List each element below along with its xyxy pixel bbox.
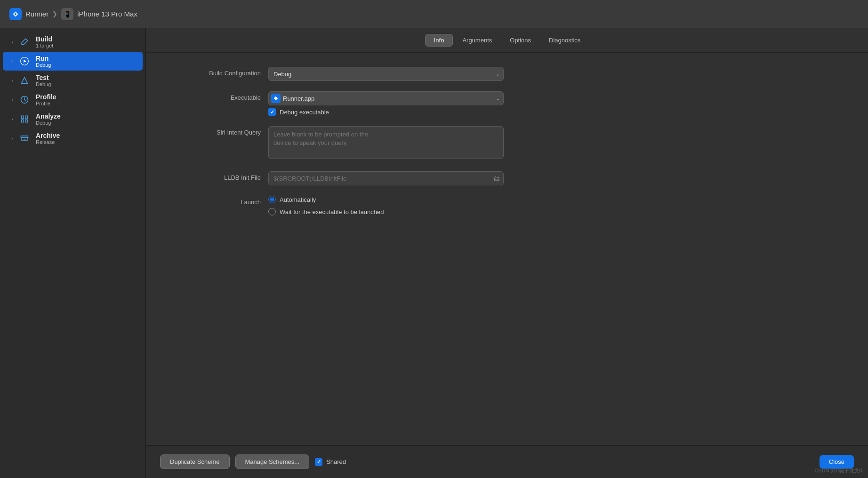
debug-executable-row: ✓ Debug executable	[268, 108, 504, 116]
launch-auto-label: Automatically	[280, 196, 316, 203]
run-sublabel: Debug	[36, 62, 51, 68]
launch-row: Launch Automatically Wait for the execut…	[165, 196, 849, 215]
lldb-init-label: LLDB Init File	[165, 171, 268, 181]
launch-wait-label: Wait for the executable to be launched	[280, 208, 384, 215]
build-configuration-row: Build Configuration Debug Release ⌄	[165, 67, 849, 81]
svg-rect-7	[21, 136, 28, 137]
runner-app-icon	[271, 94, 281, 103]
build-sublabel: 1 target	[36, 43, 53, 48]
device-icon: 📱	[61, 8, 73, 20]
profile-label: Profile	[36, 93, 56, 101]
executable-row: Executable Runner.app ⌄	[165, 91, 849, 116]
shared-label: Shared	[326, 458, 346, 465]
sidebar-item-build[interactable]: › Build 1 target	[3, 32, 143, 51]
launch-auto-radio-inner	[270, 198, 274, 201]
launch-radio-group: Automatically Wait for the executable to…	[268, 196, 504, 215]
breadcrumb-chevron: ❯	[52, 10, 57, 17]
shared-checkbox[interactable]: ✓	[315, 458, 322, 466]
sidebar-item-archive[interactable]: › Archive Release	[3, 129, 143, 148]
checkmark-icon: ✓	[270, 109, 274, 115]
launch-control: Automatically Wait for the executable to…	[268, 196, 504, 215]
sidebar-item-analyze[interactable]: › Analyze Debug	[3, 110, 143, 128]
form-area: Build Configuration Debug Release ⌄ Exec…	[146, 53, 868, 445]
run-chevron-icon: ›	[8, 58, 16, 64]
test-chevron-icon: ›	[8, 78, 16, 83]
lldb-init-input[interactable]	[268, 171, 504, 185]
archive-chevron-icon: ›	[8, 135, 16, 141]
sidebar-item-profile[interactable]: › Profile Profile	[3, 90, 143, 109]
profile-chevron-icon: ›	[8, 97, 16, 103]
sidebar-item-test[interactable]: › Test Debug	[3, 71, 143, 90]
tabs-bar: Info Arguments Options Diagnostics	[146, 28, 868, 53]
runner-icon	[9, 8, 22, 20]
folder-icon[interactable]: 🗂	[493, 175, 500, 182]
launch-wait-radio[interactable]	[268, 208, 276, 215]
build-text: Build 1 target	[36, 35, 53, 48]
siri-intent-input[interactable]	[268, 126, 504, 159]
build-chevron-icon: ›	[8, 39, 16, 45]
device-label: iPhone 13 Pro Max	[77, 10, 137, 18]
analyze-icon	[18, 112, 31, 126]
bottom-bar: Duplicate Scheme Manage Schemes... ✓ Sha…	[146, 445, 868, 478]
sidebar-item-run[interactable]: › Run Debug	[3, 52, 143, 71]
test-text: Test Debug	[36, 74, 51, 87]
content-area: Info Arguments Options Diagnostics Build…	[146, 28, 868, 478]
launch-auto-option[interactable]: Automatically	[268, 196, 504, 203]
tab-options[interactable]: Options	[501, 34, 539, 46]
build-icon	[18, 35, 31, 48]
build-label: Build	[36, 35, 53, 43]
lldb-init-control: 🗂	[268, 171, 504, 185]
svg-rect-6	[25, 120, 28, 122]
launch-label: Launch	[165, 196, 268, 206]
run-text: Run Debug	[36, 55, 51, 68]
debug-executable-checkbox[interactable]: ✓	[268, 108, 276, 116]
close-button[interactable]: Close	[820, 455, 854, 469]
archive-label: Archive	[36, 132, 60, 139]
lldb-init-wrapper: 🗂	[268, 171, 504, 185]
build-configuration-label: Build Configuration	[165, 67, 268, 77]
executable-label: Executable	[165, 91, 268, 101]
shared-row: ✓ Shared	[315, 458, 346, 466]
sidebar: › Build 1 target › Run Debug	[0, 28, 146, 478]
analyze-chevron-icon: ›	[8, 116, 16, 122]
executable-control: Runner.app ⌄ ✓ De	[268, 91, 504, 116]
svg-marker-1	[24, 60, 26, 63]
manage-schemes-button[interactable]: Manage Schemes...	[235, 454, 310, 469]
analyze-text: Analyze Debug	[36, 112, 61, 126]
build-configuration-control: Debug Release ⌄	[268, 67, 504, 81]
duplicate-scheme-button[interactable]: Duplicate Scheme	[160, 454, 230, 469]
tab-diagnostics[interactable]: Diagnostics	[540, 34, 589, 46]
siri-intent-control	[268, 126, 504, 161]
runner-label: Runner	[25, 10, 48, 18]
lldb-init-row: LLDB Init File 🗂	[165, 171, 849, 185]
top-bar: Runner ❯ 📱 iPhone 13 Pro Max	[0, 0, 868, 28]
debug-executable-label: Debug executable	[280, 109, 329, 116]
test-label: Test	[36, 74, 51, 81]
shared-checkmark-icon: ✓	[317, 459, 321, 465]
archive-text: Archive Release	[36, 132, 60, 145]
run-icon	[18, 55, 31, 68]
siri-intent-row: Siri Intent Query	[165, 126, 849, 161]
executable-select[interactable]: Runner.app	[268, 91, 504, 105]
svg-rect-3	[21, 116, 24, 118]
svg-rect-4	[25, 116, 28, 118]
profile-sublabel: Profile	[36, 101, 56, 106]
test-sublabel: Debug	[36, 81, 51, 87]
launch-wait-option[interactable]: Wait for the executable to be launched	[268, 208, 504, 215]
analyze-sublabel: Debug	[36, 120, 61, 126]
watermark: CSDN @0骁子龙文0	[814, 467, 862, 474]
tab-info[interactable]: Info	[425, 34, 453, 47]
tab-arguments[interactable]: Arguments	[454, 34, 500, 46]
breadcrumb: Runner ❯ 📱 iPhone 13 Pro Max	[9, 8, 137, 20]
svg-rect-5	[21, 120, 24, 122]
test-icon	[18, 74, 31, 87]
launch-auto-radio[interactable]	[268, 196, 276, 203]
archive-icon	[18, 132, 31, 145]
profile-icon	[18, 93, 31, 106]
executable-select-wrapper: Runner.app ⌄	[268, 91, 504, 105]
build-configuration-select-wrapper: Debug Release ⌄	[268, 67, 504, 81]
archive-sublabel: Release	[36, 139, 60, 145]
profile-text: Profile Profile	[36, 93, 56, 106]
build-configuration-select[interactable]: Debug Release	[268, 67, 504, 81]
analyze-label: Analyze	[36, 112, 61, 120]
